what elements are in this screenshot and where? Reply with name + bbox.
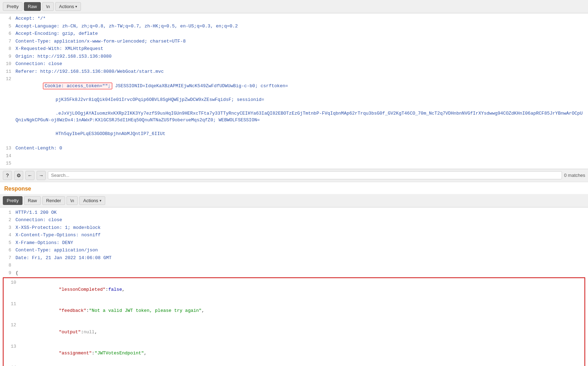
request-settings-button[interactable]: ⚙ — [14, 171, 23, 180]
line-num-12: 12 — [3, 76, 11, 83]
request-actions-chevron: ▾ — [75, 5, 77, 8]
resp-line-num-5: 5 — [3, 239, 11, 246]
response-tab-pretty[interactable]: Pretty — [3, 196, 23, 205]
request-search-input[interactable] — [48, 171, 562, 179]
request-line-11: 11 Referer: http://192.168.153.136:8080/… — [0, 68, 588, 76]
line-num-14: 14 — [3, 153, 11, 160]
resp-line-content-5: X-Frame-Options: DENY — [15, 239, 585, 246]
resp-line-num-13: 13 — [8, 343, 16, 350]
resp-line-content-9: { — [15, 270, 585, 277]
response-line-12: 12 "output":null, — [5, 321, 583, 343]
resp-line-num-12: 12 — [8, 322, 16, 329]
request-line-6: 6 Accept-Encoding: gzip, deflate — [0, 30, 588, 38]
resp-line-content-1: HTTP/1.1 200 OK — [15, 209, 585, 216]
line-num-5: 5 — [3, 23, 11, 30]
request-help-button[interactable]: ? — [3, 171, 12, 180]
response-actions-button[interactable]: Actions ▾ — [79, 196, 105, 205]
request-code-area: 4 Accept: */* 5 Accept-Language: zh-CN, … — [0, 13, 588, 169]
response-line-11: 11 "feedback":"Not a valid JWT token, pl… — [5, 300, 583, 322]
response-tab-n[interactable]: \n — [67, 196, 78, 205]
request-line-12: 12 Cookie: access_token=""; JSESSIONID=I… — [0, 75, 588, 145]
request-actions-label: Actions — [59, 4, 74, 9]
resp-line-num-6: 6 — [3, 247, 11, 254]
line-content-5: Accept-Language: zh-CN, zh;q=0.8, zh-TW;… — [15, 23, 585, 30]
settings-icon: ⚙ — [17, 173, 21, 178]
response-line-13: 13 "assignment":"JWTVotesEndpoint", — [5, 343, 583, 364]
response-tab-render[interactable]: Render — [42, 196, 65, 205]
line-content-9: Origin: http://192.168.153.136:8080 — [15, 53, 585, 60]
request-tab-pretty[interactable]: Pretty — [3, 2, 23, 11]
main-container: Pretty Raw \n Actions ▾ 4 Accept: */* 5 … — [0, 0, 588, 366]
line-num-4: 4 — [3, 15, 11, 22]
resp-line-num-9: 9 — [3, 270, 11, 277]
request-line-13: 13 Content-Length: 0 — [0, 145, 588, 152]
line-content-11: Referer: http://192.168.153.136:8080/Web… — [15, 68, 585, 75]
request-tab-n[interactable]: \n — [42, 2, 54, 11]
resp-line-content-14: "attemptWasMade":true — [20, 364, 580, 366]
request-panel: Pretty Raw \n Actions ▾ 4 Accept: */* 5 … — [0, 0, 588, 182]
back-icon: ← — [27, 173, 32, 178]
help-icon: ? — [6, 173, 9, 178]
response-actions-chevron: ▾ — [100, 199, 101, 203]
resp-line-content-2: Connection: close — [15, 217, 585, 224]
response-line-5: 5 X-Frame-Options: DENY — [0, 239, 588, 247]
resp-line-content-6: Content-Type: application/json — [15, 247, 585, 254]
request-search-bar: ? ⚙ ← → 0 matches — [0, 169, 588, 182]
response-header: Response — [0, 182, 588, 194]
resp-line-content-13: "assignment":"JWTVotesEndpoint", — [20, 343, 580, 364]
resp-line-num-4: 4 — [3, 232, 11, 239]
line-content-4: Accept: */* — [15, 15, 585, 22]
request-line-14: 14 — [0, 152, 588, 160]
line-num-15: 15 — [3, 160, 11, 167]
resp-line-num-10: 10 — [8, 279, 16, 286]
request-tab-raw[interactable]: Raw — [24, 2, 41, 11]
resp-line-num-11: 11 — [8, 301, 16, 308]
response-line-4: 4 X-Content-Type-Options: nosniff — [0, 231, 588, 239]
line-content-8: X-Requested-With: XMLHttpRequest — [15, 45, 585, 52]
line-content-7: Content-Type: application/x-www-form-url… — [15, 38, 585, 45]
line-num-7: 7 — [3, 38, 11, 45]
request-line-4: 4 Accept: */* — [0, 15, 588, 23]
line-num-10: 10 — [3, 60, 11, 68]
line-num-11: 11 — [3, 68, 11, 75]
resp-line-num-7: 7 — [3, 255, 11, 262]
resp-line-num-2: 2 — [3, 217, 11, 224]
request-actions-button[interactable]: Actions ▾ — [55, 2, 81, 11]
response-line-10: 10 "lessonCompleted":false, — [5, 279, 583, 300]
request-back-button[interactable]: ← — [25, 171, 34, 180]
request-matches-label: 0 matches — [564, 173, 585, 178]
response-line-2: 2 Connection: close — [0, 216, 588, 224]
request-line-8: 8 X-Requested-With: XMLHttpRequest — [0, 45, 588, 53]
forward-icon: → — [39, 173, 44, 178]
response-line-7: 7 Date: Fri, 21 Jan 2022 14:06:08 GMT — [0, 254, 588, 262]
resp-line-content-12: "output":null, — [20, 322, 580, 342]
line-num-8: 8 — [3, 45, 11, 52]
response-tab-raw[interactable]: Raw — [24, 196, 41, 205]
response-actions-label: Actions — [83, 198, 98, 203]
resp-line-content-10: "lessonCompleted":false, — [20, 279, 580, 300]
resp-line-num-8: 8 — [3, 262, 11, 269]
line-num-13: 13 — [3, 145, 11, 152]
resp-line-content-7: Date: Fri, 21 Jan 2022 14:06:08 GMT — [15, 255, 585, 262]
response-line-6: 6 Content-Type: application/json — [0, 246, 588, 254]
response-code-area: 1 HTTP/1.1 200 OK 2 Connection: close 3 … — [0, 207, 588, 366]
request-line-15: 15 — [0, 160, 588, 167]
response-panel: Response Pretty Raw Render \n Actions ▾ … — [0, 182, 588, 366]
resp-line-content-11: "feedback":"Not a valid JWT token, pleas… — [20, 301, 580, 321]
resp-line-num-14: 14 — [8, 364, 16, 366]
response-line-14: 14 "attemptWasMade":true — [5, 364, 583, 366]
resp-line-content-3: X-XSS-Protection: 1; mode=block — [15, 224, 585, 231]
response-json-block: 10 "lessonCompleted":false, 11 "feedback… — [3, 277, 585, 366]
request-line-9: 9 Origin: http://192.168.153.136:8080 — [0, 53, 588, 60]
resp-line-content-4: X-Content-Type-Options: nosniff — [15, 232, 585, 239]
response-toolbar: Pretty Raw Render \n Actions ▾ — [0, 194, 588, 207]
request-line-7: 7 Content-Type: application/x-www-form-u… — [0, 38, 588, 45]
line-content-12: Cookie: access_token=""; JSESSIONID=Idqe… — [15, 76, 585, 144]
request-toolbar: Pretty Raw \n Actions ▾ — [0, 0, 588, 13]
response-line-8: 8 — [0, 262, 588, 269]
request-line-10: 10 Connection: close — [0, 60, 588, 68]
request-forward-button[interactable]: → — [37, 171, 46, 180]
line-content-6: Accept-Encoding: gzip, deflate — [15, 30, 585, 37]
resp-line-num-1: 1 — [3, 209, 11, 216]
line-content-10: Connection: close — [15, 60, 585, 68]
